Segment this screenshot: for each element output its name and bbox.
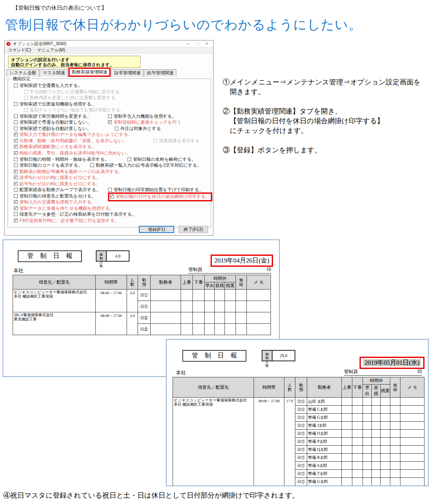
empty-cell [181, 290, 193, 301]
checkbox-icon[interactable] [14, 114, 18, 118]
checkbox-checked-icon[interactable] [14, 206, 18, 210]
checkbox-icon[interactable] [127, 157, 131, 161]
option-checkbox-item[interactable]: 時給の残業、早出、昼残分を請求H/給与Hに含めない。 [14, 150, 130, 156]
empty-cell [381, 422, 390, 430]
option-row: 請求%がゼロの時に残業もゼロにする。 [8, 175, 211, 181]
option-checkbox-item[interactable]: 管制実績で早退を自動計算しない。 [14, 119, 92, 125]
checkbox-icon[interactable] [24, 108, 28, 112]
option-label: 管制日報の名称を略称にする。 [133, 157, 196, 162]
option-checkbox-item[interactable]: 管制入力で集計後のデータを編集できないようにする。 [14, 132, 133, 138]
empty-cell [400, 478, 425, 486]
empty-cell [400, 414, 425, 422]
option-checkbox-item[interactable]: 管制入力の交通費を課税で入力する。 [14, 199, 96, 205]
menu-manual[interactable]: マニュアル(M) [37, 47, 65, 53]
tab-3[interactable]: 請求管理関連 [111, 69, 143, 77]
option-checkbox-item[interactable]: 配置実績表を勤務グループで表示する。 [14, 187, 100, 193]
option-checkbox-item[interactable]: 勤務実績関連帳票にメモを表示する。 [14, 144, 96, 150]
option-checkbox-item[interactable]: 管制データに単価を持たせる機能を使用する。 [14, 206, 114, 211]
option-checkbox-item[interactable]: 業務内容を変更した時に交通費も変更する。 [24, 95, 120, 101]
option-checkbox-item[interactable]: 管制登録時に重複チェックを行う [108, 119, 181, 125]
checkbox-icon[interactable] [14, 127, 18, 130]
register-button[interactable]: 登録(F1) [139, 226, 174, 233]
option-row: 管制実績で早退を自動計算しない。管制登録時に重複チェックを行う [8, 119, 211, 126]
exit-button[interactable]: 終了(F12) [178, 226, 208, 233]
option-label: F4行追加実行時に、必ず最下段に行を追加する。 [19, 218, 119, 223]
checkbox-checked-icon[interactable] [14, 219, 18, 222]
dialog-titlebar[interactable]: J オプション設定(MNT_3040) – □ × [5, 41, 213, 47]
checkbox-checked-icon[interactable] [14, 139, 18, 143]
checkbox-icon[interactable] [108, 114, 112, 118]
checkbox-checked-icon[interactable] [14, 151, 18, 155]
checkbox-checked-icon[interactable] [14, 145, 18, 149]
option-checkbox-item[interactable]: 勤務表の勤務記号備考を最終ページのみ表示する。 [14, 169, 123, 175]
option-checkbox-item[interactable]: 管制日報の時間・時間外・無線を表示する。 [14, 157, 109, 163]
option-checkbox-item[interactable]: F4行追加実行時に、必ず最下段に行を追加する。 [14, 218, 119, 224]
option-checkbox-item[interactable]: 管制実績で交通費を入力する。 [14, 83, 82, 89]
empty-cell [352, 398, 363, 406]
empty-cell [363, 446, 372, 454]
checkbox-icon[interactable] [24, 96, 28, 100]
checkbox-icon[interactable] [14, 212, 18, 216]
checkbox-icon[interactable] [115, 127, 119, 130]
checkbox-icon[interactable] [108, 188, 112, 192]
option-checkbox-item[interactable]: 手当控除で入力した交通費を明細に表示する。 [24, 89, 124, 95]
empty-cell [390, 486, 400, 487]
empty-cell [381, 406, 390, 414]
checkbox-icon[interactable] [14, 120, 18, 124]
option-checkbox-item[interactable]: 管制実績で伝票返却機能を使用する。 [14, 101, 96, 107]
option-checkbox-item[interactable]: 勤務実績一覧入力の記号表示幅を2文字対応にする。 [90, 163, 202, 168]
option-label: 管制登録時に重複チェックを行う [114, 119, 181, 125]
tab-4[interactable]: 給与管理関連 [144, 69, 176, 77]
menu-command[interactable]: コマンド(C) [8, 47, 31, 53]
option-checkbox-item[interactable]: 管制日報のコードを表示する。 [14, 163, 83, 168]
checkbox-checked-icon[interactable] [14, 133, 18, 136]
option-label: 深夜残業を表示する [159, 138, 200, 143]
checkbox-checked-icon[interactable] [14, 200, 18, 204]
empty-cell [352, 422, 363, 430]
checkbox-icon[interactable] [90, 163, 94, 167]
empty-cell [342, 430, 352, 438]
option-checkbox-item[interactable]: 管制実績で実労働時間を変更する。 [14, 114, 92, 119]
option-checkbox-item[interactable]: 給与%がゼロの時に残業もゼロにする。 [14, 181, 100, 187]
option-checkbox-item[interactable]: 管制日報の名称を略称にする。 [127, 157, 196, 163]
checkbox-icon[interactable] [154, 139, 157, 143]
time-cell: 08:00 ~ 17:00 [96, 290, 127, 312]
checkbox-checked-icon[interactable] [110, 195, 114, 198]
checkbox-checked-icon[interactable] [14, 170, 18, 173]
client-name: JBCA警備保障株式会社 [14, 313, 95, 317]
option-checkbox-item[interactable]: 請求%がゼロの時に残業もゼロにする。 [14, 175, 100, 181]
checkbox-icon[interactable] [24, 90, 28, 94]
report-row: ビジネスコンピューター警備保障株式会社本社 横浜南区工事現場08:00 ~ 17… [173, 398, 425, 406]
checkbox-icon[interactable] [14, 157, 18, 161]
checkbox-icon[interactable] [14, 194, 18, 198]
seal-label: 印 [417, 369, 422, 375]
option-checkbox-item[interactable]: 出勤簿、勤務・給与明細書の「深夜」を表示しない。 [14, 138, 127, 144]
option-checkbox-item[interactable]: 外注は対象外とする [115, 126, 161, 132]
close-icon[interactable]: × [202, 41, 211, 46]
checkbox-checked-icon[interactable] [14, 176, 18, 179]
maximize-icon[interactable]: □ [193, 41, 202, 46]
checkbox-checked-icon[interactable] [14, 182, 18, 186]
worker-cell: 警備 Q太郎 [307, 446, 342, 454]
empty-cell [400, 398, 425, 406]
option-checkbox-item[interactable]: 深夜残業を表示する [154, 138, 200, 144]
empty-cell [372, 446, 381, 454]
checkbox-checked-icon[interactable] [108, 120, 112, 124]
checkbox-icon[interactable] [14, 163, 18, 167]
option-checkbox-item[interactable]: 管制日報の得意先と配置先を分ける。 [14, 193, 96, 199]
instruction-line [223, 135, 421, 145]
option-checkbox-item[interactable]: 管制実績で遅刻を自動計算しない。 [14, 126, 92, 132]
checkbox-icon[interactable] [14, 84, 18, 87]
minimize-icon[interactable]: – [184, 41, 193, 46]
empty-cell [181, 301, 193, 312]
empty-cell [400, 486, 425, 487]
office-label: 本社 [14, 267, 24, 274]
kintai-cell: 日① [295, 406, 307, 414]
option-checkbox-item[interactable]: 管制手当入力機能を使用する。 [108, 114, 176, 119]
option-checkbox-item[interactable]: 返却チェックがない場合でも集計可能とする。 [24, 107, 124, 113]
tab-1[interactable]: マスタ関連 [40, 69, 68, 77]
checkbox-icon[interactable] [14, 188, 18, 192]
tab-2[interactable]: 勤務実績管理関連 [68, 68, 111, 77]
option-checkbox-item[interactable]: 得意先データ参照・訂正の検索結果を日付順で表示する。 [14, 211, 136, 217]
checkbox-icon[interactable] [14, 102, 18, 106]
